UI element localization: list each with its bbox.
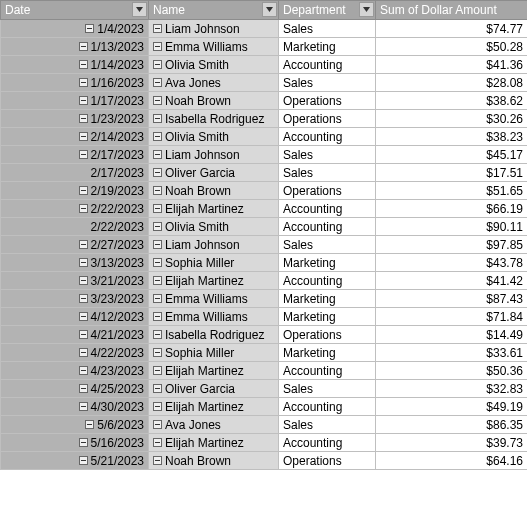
cell-date[interactable]: 5/21/2023 [1, 452, 149, 470]
cell-amount[interactable]: $45.17 [376, 146, 528, 164]
collapse-icon[interactable] [79, 114, 88, 123]
table-row[interactable]: 4/30/2023Elijah MartinezAccounting$49.19 [1, 398, 528, 416]
cell-amount[interactable]: $14.49 [376, 326, 528, 344]
collapse-icon[interactable] [153, 294, 162, 303]
collapse-icon[interactable] [153, 258, 162, 267]
cell-name[interactable]: Elijah Martinez [149, 200, 279, 218]
cell-date[interactable]: 1/13/2023 [1, 38, 149, 56]
collapse-icon[interactable] [153, 420, 162, 429]
cell-date[interactable]: 1/16/2023 [1, 74, 149, 92]
collapse-icon[interactable] [153, 204, 162, 213]
cell-date[interactable]: 2/14/2023 [1, 128, 149, 146]
collapse-icon[interactable] [79, 312, 88, 321]
collapse-icon[interactable] [153, 222, 162, 231]
cell-name[interactable]: Emma Williams [149, 308, 279, 326]
collapse-icon[interactable] [85, 24, 94, 33]
cell-name[interactable]: Ava Jones [149, 416, 279, 434]
cell-name[interactable]: Liam Johnson [149, 20, 279, 38]
cell-department[interactable]: Accounting [279, 398, 376, 416]
collapse-icon[interactable] [79, 258, 88, 267]
collapse-icon[interactable] [153, 330, 162, 339]
table-row[interactable]: 4/23/2023Elijah MartinezAccounting$50.36 [1, 362, 528, 380]
cell-amount[interactable]: $39.73 [376, 434, 528, 452]
cell-amount[interactable]: $28.08 [376, 74, 528, 92]
cell-department[interactable]: Marketing [279, 290, 376, 308]
cell-department[interactable]: Accounting [279, 362, 376, 380]
name-filter-button[interactable] [262, 2, 277, 17]
collapse-icon[interactable] [79, 60, 88, 69]
cell-department[interactable]: Operations [279, 182, 376, 200]
table-row[interactable]: 2/17/2023Oliver GarciaSales$17.51 [1, 164, 528, 182]
table-row[interactable]: 1/17/2023Noah BrownOperations$38.62 [1, 92, 528, 110]
cell-date[interactable]: 4/21/2023 [1, 326, 149, 344]
table-row[interactable]: 1/16/2023Ava JonesSales$28.08 [1, 74, 528, 92]
cell-date[interactable]: 2/19/2023 [1, 182, 149, 200]
cell-date[interactable]: 4/22/2023 [1, 344, 149, 362]
collapse-icon[interactable] [79, 240, 88, 249]
cell-name[interactable]: Emma Williams [149, 290, 279, 308]
cell-department[interactable]: Marketing [279, 38, 376, 56]
collapse-icon[interactable] [153, 438, 162, 447]
collapse-icon[interactable] [79, 96, 88, 105]
collapse-icon[interactable] [79, 384, 88, 393]
table-row[interactable]: 1/4/2023Liam JohnsonSales$74.77 [1, 20, 528, 38]
collapse-icon[interactable] [153, 456, 162, 465]
table-row[interactable]: 5/21/2023Noah BrownOperations$64.16 [1, 452, 528, 470]
cell-date[interactable]: 3/21/2023 [1, 272, 149, 290]
cell-date[interactable]: 4/12/2023 [1, 308, 149, 326]
table-row[interactable]: 2/22/2023Elijah MartinezAccounting$66.19 [1, 200, 528, 218]
table-row[interactable]: 2/19/2023Noah BrownOperations$51.65 [1, 182, 528, 200]
cell-department[interactable]: Accounting [279, 128, 376, 146]
cell-department[interactable]: Operations [279, 110, 376, 128]
collapse-icon[interactable] [153, 402, 162, 411]
collapse-icon[interactable] [79, 204, 88, 213]
table-row[interactable]: 3/13/2023Sophia MillerMarketing$43.78 [1, 254, 528, 272]
cell-name[interactable]: Ava Jones [149, 74, 279, 92]
cell-amount[interactable]: $38.62 [376, 92, 528, 110]
cell-department[interactable]: Sales [279, 74, 376, 92]
cell-date[interactable]: 4/25/2023 [1, 380, 149, 398]
collapse-icon[interactable] [79, 330, 88, 339]
table-row[interactable]: 4/22/2023Sophia MillerMarketing$33.61 [1, 344, 528, 362]
collapse-icon[interactable] [79, 366, 88, 375]
cell-date[interactable]: 1/23/2023 [1, 110, 149, 128]
cell-amount[interactable]: $49.19 [376, 398, 528, 416]
cell-date[interactable]: 1/4/2023 [1, 20, 149, 38]
cell-date[interactable]: 1/17/2023 [1, 92, 149, 110]
collapse-icon[interactable] [153, 348, 162, 357]
cell-date[interactable]: 3/23/2023 [1, 290, 149, 308]
table-row[interactable]: 5/16/2023Elijah MartinezAccounting$39.73 [1, 434, 528, 452]
cell-date[interactable]: 5/16/2023 [1, 434, 149, 452]
cell-amount[interactable]: $87.43 [376, 290, 528, 308]
cell-amount[interactable]: $43.78 [376, 254, 528, 272]
table-row[interactable]: 2/22/2023Olivia SmithAccounting$90.11 [1, 218, 528, 236]
table-row[interactable]: 4/12/2023Emma WilliamsMarketing$71.84 [1, 308, 528, 326]
cell-department[interactable]: Marketing [279, 344, 376, 362]
cell-department[interactable]: Accounting [279, 434, 376, 452]
collapse-icon[interactable] [79, 186, 88, 195]
collapse-icon[interactable] [153, 186, 162, 195]
cell-name[interactable]: Noah Brown [149, 182, 279, 200]
cell-name[interactable]: Isabella Rodriguez [149, 110, 279, 128]
collapse-icon[interactable] [153, 78, 162, 87]
collapse-icon[interactable] [153, 60, 162, 69]
cell-amount[interactable]: $50.28 [376, 38, 528, 56]
cell-amount[interactable]: $38.23 [376, 128, 528, 146]
cell-name[interactable]: Olivia Smith [149, 128, 279, 146]
cell-date[interactable]: 4/30/2023 [1, 398, 149, 416]
collapse-icon[interactable] [79, 276, 88, 285]
cell-department[interactable]: Sales [279, 416, 376, 434]
cell-date[interactable]: 4/23/2023 [1, 362, 149, 380]
collapse-icon[interactable] [79, 42, 88, 51]
table-row[interactable]: 4/21/2023Isabella RodriguezOperations$14… [1, 326, 528, 344]
collapse-icon[interactable] [153, 24, 162, 33]
cell-name[interactable]: Noah Brown [149, 92, 279, 110]
cell-department[interactable]: Sales [279, 20, 376, 38]
collapse-icon[interactable] [79, 132, 88, 141]
cell-amount[interactable]: $97.85 [376, 236, 528, 254]
cell-name[interactable]: Sophia Miller [149, 254, 279, 272]
cell-name[interactable]: Emma Williams [149, 38, 279, 56]
cell-date[interactable]: 5/6/2023 [1, 416, 149, 434]
cell-amount[interactable]: $86.35 [376, 416, 528, 434]
cell-amount[interactable]: $17.51 [376, 164, 528, 182]
